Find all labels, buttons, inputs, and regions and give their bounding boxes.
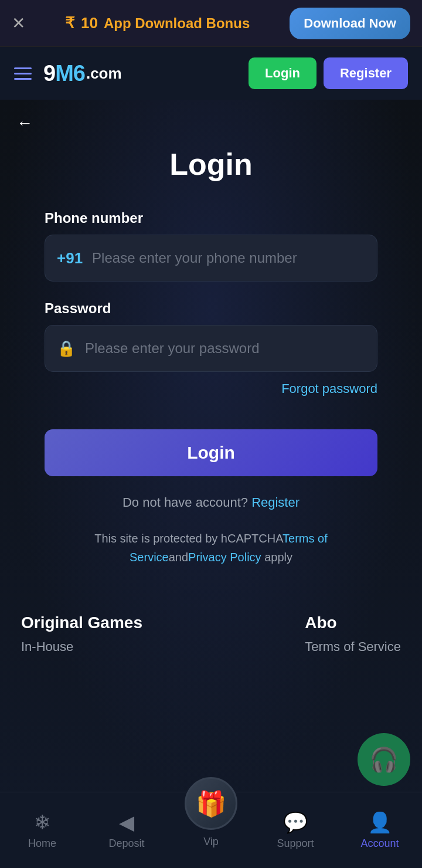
nav-item-support[interactable]: 💬 Support: [253, 811, 338, 850]
logo-text: 9M6: [43, 61, 85, 86]
password-label: Password: [45, 300, 377, 317]
banner-amount: 10: [81, 14, 98, 32]
captcha-prefix: This site is protected by hCAPTCHA: [94, 532, 283, 545]
about-section: Abo Terms of Service: [305, 613, 401, 655]
hamburger-line-3: [14, 78, 32, 80]
home-icon: ❄: [34, 811, 50, 834]
nav-item-home[interactable]: ❄ Home: [0, 811, 84, 850]
phone-input-wrapper: +91: [45, 235, 377, 282]
register-prompt-link[interactable]: Register: [251, 495, 300, 510]
support-icon: 💬: [283, 811, 308, 834]
header-register-button[interactable]: Register: [324, 57, 408, 89]
back-arrow-icon: ←: [16, 114, 33, 133]
terms-of-service-footer: Terms of Service: [305, 639, 401, 655]
download-now-button[interactable]: Download Now: [290, 8, 410, 39]
captcha-notice: This site is protected by hCAPTCHATerms …: [45, 529, 377, 567]
register-prompt: Do not have account? Register: [45, 495, 377, 510]
phone-label: Phone number: [45, 210, 377, 226]
phone-country-code: +91: [57, 249, 83, 267]
password-input-wrapper: 🔒: [45, 325, 377, 372]
deposit-icon: ◀: [119, 811, 134, 834]
password-input[interactable]: [85, 340, 365, 357]
close-banner-button[interactable]: ✕: [12, 13, 25, 33]
privacy-policy-link[interactable]: Privacy Policy: [188, 551, 261, 564]
deposit-label: Deposit: [108, 838, 144, 850]
nav-item-vip[interactable]: 🎁 Vip: [169, 777, 253, 848]
about-title: Abo: [305, 613, 401, 632]
bottom-section: Original Games In-House Abo Terms of Ser…: [0, 590, 422, 655]
login-submit-button[interactable]: Login: [45, 429, 377, 476]
phone-form-group: Phone number +91: [45, 210, 377, 282]
main-content: ← Login Phone number +91 Password 🔒 Forg…: [0, 100, 422, 803]
nav-item-deposit[interactable]: ◀ Deposit: [84, 811, 169, 850]
site-logo[interactable]: 9M6 .com: [43, 61, 122, 86]
hamburger-line-2: [14, 73, 32, 74]
vip-gift-icon: 🎁: [196, 789, 226, 818]
no-account-text: Do not have account?: [122, 495, 248, 510]
original-games-section: Original Games In-House: [21, 613, 142, 655]
hamburger-menu[interactable]: [14, 67, 32, 80]
banner-text: ₹ 10 App Download Bonus: [65, 14, 250, 32]
login-title: Login: [45, 147, 377, 182]
header-login-button[interactable]: Login: [249, 57, 316, 89]
phone-input[interactable]: [92, 250, 365, 266]
captcha-and: and: [169, 551, 188, 564]
logo-dot-com: .com: [86, 65, 122, 83]
account-icon: 👤: [367, 811, 392, 834]
header-buttons: Login Register: [249, 57, 408, 89]
captcha-apply: apply: [264, 551, 292, 564]
support-label: Support: [277, 838, 314, 850]
forgot-password-link[interactable]: Forgot password: [45, 381, 377, 396]
top-banner: ✕ ₹ 10 App Download Bonus Download Now: [0, 0, 422, 47]
in-house-label: In-House: [21, 639, 142, 655]
headset-icon: 🎧: [369, 746, 399, 774]
back-button[interactable]: ←: [0, 100, 49, 147]
header-left: 9M6 .com: [14, 61, 122, 86]
hamburger-line-1: [14, 67, 32, 69]
header: 9M6 .com Login Register: [0, 47, 422, 100]
bottom-navigation: ❄ Home ◀ Deposit 🎁 Vip 💬 Support 👤 Accou…: [0, 792, 422, 868]
original-games-title: Original Games: [21, 613, 142, 632]
nav-item-account[interactable]: 👤 Account: [338, 811, 422, 850]
lock-icon: 🔒: [57, 340, 76, 358]
home-label: Home: [28, 838, 56, 850]
vip-label: Vip: [203, 836, 219, 848]
banner-bonus-text: App Download Bonus: [104, 15, 250, 32]
support-fab-button[interactable]: 🎧: [358, 733, 410, 786]
login-form-container: Login Phone number +91 Password 🔒 Forgot…: [23, 147, 399, 590]
vip-circle: 🎁: [185, 777, 237, 830]
account-label: Account: [360, 838, 399, 850]
banner-rupee: ₹: [65, 14, 75, 32]
password-form-group: Password 🔒 Forgot password: [45, 300, 377, 396]
